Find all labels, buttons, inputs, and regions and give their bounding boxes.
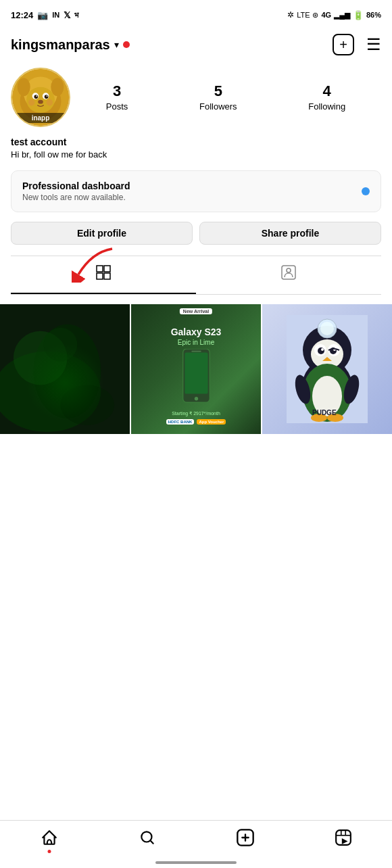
svg-point-21 — [287, 268, 291, 272]
post-samsung-ad: New Arrival Galaxy S23 Epic in Lime Star… — [131, 304, 261, 434]
dashboard-subtitle: New tools are now available. — [22, 193, 130, 202]
posts-grid: New Arrival Galaxy S23 Epic in Lime Star… — [0, 304, 392, 434]
svg-rect-18 — [97, 273, 103, 279]
profile-bio: Hi br, foll ow me for back — [11, 149, 381, 161]
following-label: Following — [308, 101, 345, 112]
svg-point-10 — [36, 95, 37, 97]
profile-action-buttons: Edit profile Share profile — [11, 222, 381, 245]
notification-dot — [123, 41, 130, 48]
search-icon — [139, 829, 156, 850]
professional-dashboard-card[interactable]: Professional dashboard New tools are now… — [11, 170, 381, 212]
dashboard-title: Professional dashboard — [22, 180, 130, 191]
samsung-price: Starting ₹ 2917*/month — [172, 411, 220, 416]
svg-point-27 — [61, 385, 115, 426]
home-indicator — [155, 861, 237, 864]
post-item[interactable] — [0, 304, 130, 434]
samsung-badge: New Arrival — [180, 308, 212, 314]
tab-tagged[interactable] — [196, 256, 381, 294]
home-icon — [41, 829, 58, 850]
profile-header: kingsmanparas ▾ + ☰ — [0, 27, 392, 62]
svg-point-52 — [320, 322, 334, 335]
avatar[interactable]: inapp — [11, 68, 70, 127]
svg-point-11 — [47, 95, 48, 97]
svg-rect-19 — [104, 273, 110, 279]
svg-point-9 — [45, 95, 49, 99]
nav-create[interactable] — [228, 827, 262, 852]
instagram-status-icon: 📷 — [37, 10, 48, 20]
post-penguin: PUDGE — [262, 304, 392, 434]
phone-icon: भ — [74, 11, 78, 20]
username-label[interactable]: kingsmanparas — [11, 37, 110, 53]
nav-reels[interactable] — [326, 827, 360, 852]
post-item[interactable]: PUDGE — [262, 304, 392, 434]
reels-icon — [335, 829, 352, 850]
status-time: 12:24 📷 IN 𝕏 भ — [11, 10, 78, 20]
battery-level: 86% — [366, 11, 381, 19]
nav-search[interactable] — [130, 827, 164, 852]
dropdown-arrow-icon[interactable]: ▾ — [114, 39, 119, 50]
share-profile-button[interactable]: Share profile — [199, 222, 381, 245]
create-post-icon — [236, 828, 255, 851]
svg-rect-31 — [191, 350, 201, 352]
dashboard-indicator-dot — [362, 187, 370, 195]
svg-rect-29 — [185, 352, 207, 393]
dashboard-text: Professional dashboard New tools are now… — [22, 180, 130, 202]
add-content-button[interactable]: + — [333, 34, 354, 55]
profile-tabs — [11, 256, 381, 295]
samsung-tagline: Epic in Lime — [178, 339, 214, 346]
svg-point-41 — [321, 348, 324, 351]
header-left: kingsmanparas ▾ — [11, 37, 130, 53]
svg-point-26 — [44, 328, 78, 362]
battery-icon: 🔋 — [353, 10, 364, 20]
network-type: 4G — [321, 11, 331, 19]
svg-point-13 — [28, 99, 35, 106]
posts-count: 3 — [113, 83, 121, 99]
bio-section: test account Hi br, foll ow me for back — [11, 137, 381, 161]
post-item[interactable]: New Arrival Galaxy S23 Epic in Lime Star… — [131, 304, 261, 434]
status-bar: 12:24 📷 IN 𝕏 भ ✲ LTE ⊛ 4G ▂▄▆ 🔋 86% — [0, 0, 392, 27]
svg-rect-16 — [97, 266, 103, 272]
network-icon: LTE — [297, 11, 310, 19]
samsung-title: Galaxy S23 — [171, 327, 222, 337]
profile-stats-row: inapp 3 Posts 5 Followers 4 Following — [11, 68, 381, 127]
menu-button[interactable]: ☰ — [366, 35, 381, 54]
svg-marker-56 — [341, 838, 347, 844]
signal-bars-icon: ▂▄▆ — [334, 11, 350, 20]
posts-label: Posts — [106, 101, 128, 112]
edit-profile-button[interactable]: Edit profile — [11, 222, 193, 245]
twitter-icon: 𝕏 — [64, 10, 70, 20]
svg-point-12 — [38, 100, 43, 104]
svg-text:PUDGE: PUDGE — [312, 409, 337, 416]
tag-person-icon — [280, 264, 297, 285]
followers-count: 5 — [214, 83, 222, 99]
following-stat[interactable]: 4 Following — [308, 83, 345, 111]
svg-point-4 — [51, 78, 64, 96]
svg-point-14 — [47, 99, 53, 106]
post-dark-abstract — [0, 304, 130, 434]
grid-icon — [95, 264, 112, 285]
stats-container: 3 Posts 5 Followers 4 Following — [70, 83, 381, 111]
signal-icon: IN — [52, 11, 59, 19]
tab-grid[interactable] — [11, 256, 196, 294]
profile-section: inapp 3 Posts 5 Followers 4 Following te… — [0, 62, 392, 304]
followers-stat[interactable]: 5 Followers — [199, 83, 237, 111]
samsung-logos: HDFC BANK App Voucher — [166, 419, 226, 425]
bottom-spacer — [0, 434, 392, 488]
svg-point-30 — [194, 397, 197, 400]
svg-point-39 — [318, 347, 324, 354]
status-indicators: ✲ LTE ⊛ 4G ▂▄▆ 🔋 86% — [287, 10, 381, 20]
svg-point-8 — [34, 95, 38, 99]
home-active-dot — [47, 850, 51, 853]
followers-label: Followers — [199, 101, 237, 112]
svg-point-53 — [141, 831, 151, 842]
following-count: 4 — [323, 83, 331, 99]
profile-display-name: test account — [11, 137, 381, 147]
nav-home[interactable] — [32, 827, 66, 852]
avatar-label: inapp — [12, 113, 69, 123]
wifi-icon: ⊛ — [312, 11, 318, 20]
svg-point-3 — [18, 78, 30, 96]
bluetooth-icon: ✲ — [287, 10, 294, 20]
posts-stat[interactable]: 3 Posts — [106, 83, 128, 111]
header-actions: + ☰ — [333, 34, 381, 55]
svg-rect-17 — [104, 266, 110, 272]
